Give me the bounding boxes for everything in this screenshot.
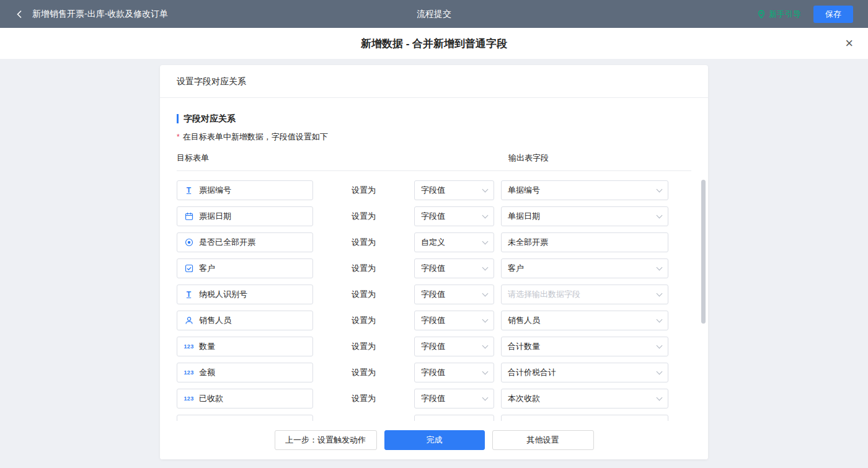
target-field-box: 123 已收款 bbox=[177, 389, 313, 408]
number-field-icon: 123 bbox=[184, 343, 193, 350]
mode-select-value: 字段值 bbox=[421, 393, 445, 404]
column-output-fields: 输出表字段 bbox=[508, 152, 549, 164]
chevron-down-icon bbox=[482, 342, 489, 348]
radio-field-icon bbox=[184, 238, 193, 247]
select-field-icon bbox=[184, 264, 193, 273]
mode-select-value: 字段值 bbox=[421, 289, 445, 300]
mode-select[interactable]: 字段值 bbox=[414, 389, 494, 408]
hint-label: 在目标表单中新增数据，字段值设置如下 bbox=[183, 132, 328, 141]
set-as-label: 设置为 bbox=[313, 341, 414, 352]
scrollbar-thumb[interactable] bbox=[701, 180, 706, 324]
chevron-down-icon bbox=[482, 264, 489, 270]
back-button[interactable] bbox=[15, 9, 25, 19]
chevron-down-icon bbox=[657, 368, 663, 374]
divider bbox=[177, 170, 691, 171]
target-field-label: 票据日期 bbox=[199, 211, 231, 222]
target-field-label: 销售人员 bbox=[199, 315, 231, 326]
chevron-down-icon bbox=[482, 316, 489, 322]
output-select[interactable]: 本次收款 bbox=[501, 389, 668, 408]
other-settings-button[interactable]: 其他设置 bbox=[492, 430, 594, 450]
mode-select-value: 字段值 bbox=[421, 263, 445, 274]
target-field-box: T 票据编号 bbox=[177, 180, 313, 200]
finish-button[interactable]: 完成 bbox=[384, 430, 485, 450]
section-title: 字段对应关系 bbox=[177, 114, 691, 123]
chevron-down-icon bbox=[482, 394, 489, 400]
target-field-label: 金额 bbox=[199, 367, 215, 378]
set-as-label: 设置为 bbox=[313, 211, 414, 222]
target-field-label: 是否已全部开票 bbox=[199, 237, 255, 248]
column-headers: 目标表单 输出表字段 bbox=[177, 152, 691, 166]
chevron-left-icon bbox=[15, 9, 25, 19]
mode-select[interactable]: 字段值 bbox=[414, 337, 494, 356]
mode-select-value: 字段值 bbox=[421, 367, 445, 378]
mode-select[interactable]: 字段值 bbox=[414, 363, 494, 382]
target-field-label: 数量 bbox=[199, 341, 215, 352]
chevron-down-icon bbox=[657, 264, 663, 270]
output-select[interactable]: 单据日期 bbox=[501, 206, 668, 226]
output-select-value: 销售人员 bbox=[508, 315, 540, 326]
target-field-box: T 纳税人识别号 bbox=[177, 285, 313, 304]
target-field-box: 客户 bbox=[177, 258, 313, 278]
target-field-box: 销售人员 bbox=[177, 311, 313, 330]
previous-step-button[interactable]: 上一步：设置触发动作 bbox=[275, 430, 377, 450]
beginner-guide-link[interactable]: 新手引导 bbox=[757, 9, 801, 20]
table-row: T 票据编号 设置为 字段值 单据编号 bbox=[177, 180, 691, 200]
mode-select-value: 字段值 bbox=[421, 341, 445, 352]
output-select-value: 合计价税合计 bbox=[508, 367, 556, 378]
set-as-label: 设置为 bbox=[313, 185, 414, 196]
text-field-icon: T bbox=[184, 290, 193, 299]
set-as-label: 设置为 bbox=[313, 263, 414, 274]
output-select[interactable]: 请选择输出数据字段 bbox=[501, 285, 668, 304]
mapping-rows: T 票据编号 设置为 字段值 单据编号 bbox=[177, 180, 691, 422]
number-field-icon: 123 bbox=[184, 395, 193, 402]
output-select[interactable]: 单据编号 bbox=[501, 180, 668, 200]
text-field-icon: T bbox=[184, 186, 193, 195]
mode-select-value: 字段值 bbox=[421, 315, 445, 326]
target-field-box: 123 金额 bbox=[177, 363, 313, 382]
output-select-value: 单据日期 bbox=[508, 211, 540, 222]
target-field-box: 是否已全部开票 bbox=[177, 232, 313, 252]
mode-select-value: 字段值 bbox=[421, 185, 445, 196]
set-as-label: 设置为 bbox=[313, 237, 414, 248]
table-row: 123 已收款 设置为 字段值 本次收款 bbox=[177, 389, 691, 408]
chevron-down-icon bbox=[482, 368, 489, 374]
workflow-title: 新增销售开票-出库-收款及修改订单 bbox=[32, 9, 168, 20]
mode-select-value: 自定义 bbox=[421, 237, 445, 248]
chevron-down-icon bbox=[482, 212, 489, 218]
set-as-label: 设置为 bbox=[313, 367, 414, 378]
chevron-down-icon bbox=[482, 186, 489, 192]
close-icon[interactable]: × bbox=[845, 37, 853, 50]
save-button[interactable]: 保存 bbox=[813, 6, 853, 23]
number-field-icon: 123 bbox=[184, 369, 193, 376]
topbar: 新增销售开票-出库-收款及修改订单 流程提交 新手引导 保存 bbox=[0, 0, 868, 28]
output-value-input[interactable]: 未全部开票 bbox=[501, 232, 668, 252]
table-row: 票据日期 设置为 字段值 单据日期 bbox=[177, 206, 691, 226]
vertical-scrollbar[interactable] bbox=[701, 180, 706, 422]
chevron-down-icon bbox=[657, 212, 663, 218]
table-row: 是否已全部开票 设置为 自定义 未全部开票 bbox=[177, 232, 691, 252]
mode-select[interactable]: 字段值 bbox=[414, 285, 494, 304]
output-select[interactable]: 合计价税合计 bbox=[501, 363, 668, 382]
chevron-down-icon bbox=[657, 394, 663, 400]
table-row: 123 数量 设置为 字段值 合计数量 bbox=[177, 337, 691, 356]
target-field-label: 票据编号 bbox=[199, 185, 231, 196]
table-row: T 纳税人识别号 设置为 字段值 请选择输出数据字段 bbox=[177, 285, 691, 304]
mode-select[interactable]: 字段值 bbox=[414, 311, 494, 330]
mode-select-value: 字段值 bbox=[421, 211, 445, 222]
panel-footer: 上一步：设置触发动作 完成 其他设置 bbox=[160, 421, 708, 459]
field-mapping-panel: 设置字段对应关系 字段对应关系 *在目标表单中新增数据，字段值设置如下 目标表单… bbox=[160, 65, 708, 459]
output-select[interactable]: 合计数量 bbox=[501, 337, 668, 356]
table-row: 123 金额 设置为 字段值 合计价税合计 bbox=[177, 363, 691, 382]
beginner-guide-label: 新手引导 bbox=[769, 9, 801, 20]
output-select[interactable]: 销售人员 bbox=[501, 311, 668, 330]
chevron-down-icon bbox=[482, 290, 489, 296]
mode-select[interactable]: 字段值 bbox=[414, 258, 494, 278]
target-field-label: 已收款 bbox=[199, 393, 223, 404]
mode-select[interactable]: 自定义 bbox=[414, 232, 494, 252]
chevron-down-icon bbox=[657, 342, 663, 348]
output-select[interactable]: 客户 bbox=[501, 258, 668, 278]
modal-header: 新增数据 - 合并新增到普通字段 × bbox=[0, 28, 868, 59]
output-select-value: 合计数量 bbox=[508, 341, 540, 352]
mode-select[interactable]: 字段值 bbox=[414, 206, 494, 226]
mode-select[interactable]: 字段值 bbox=[414, 180, 494, 200]
